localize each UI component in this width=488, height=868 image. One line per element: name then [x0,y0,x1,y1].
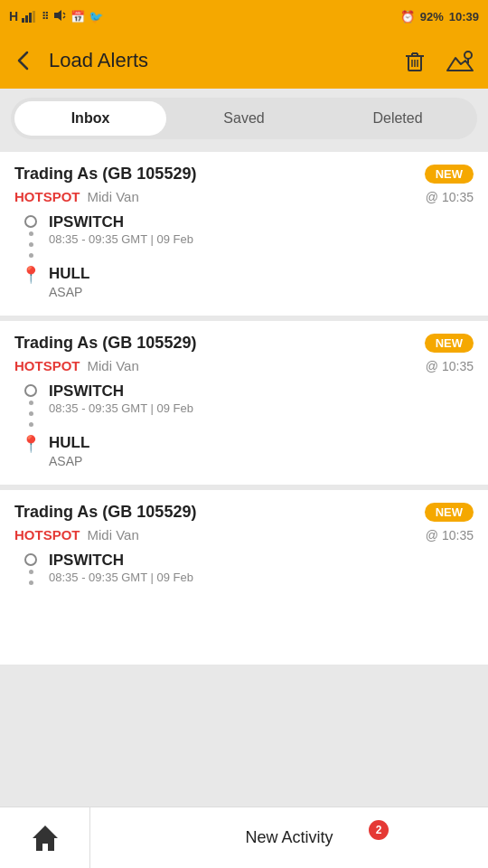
alert-card-header: Trading As (GB 105529) NEW [14,334,474,353]
from-route-row: IPSWITCH 08:35 - 09:35 GMT | 09 Feb [18,552,474,589]
alert-title: Trading As (GB 105529) [14,503,196,522]
alert-card-header: Trading As (GB 105529) NEW [14,165,474,184]
from-route-row: IPSWITCH 08:35 - 09:35 GMT | 09 Feb [18,213,474,261]
alert-card[interactable]: Trading As (GB 105529) NEW HOTSPOT Midi … [0,490,488,665]
to-info: HULL ASAP [49,265,89,299]
svg-line-5 [63,13,65,14]
page-title: Load Alerts [49,49,148,72]
home-button[interactable] [0,807,90,868]
tabs-wrapper: Inbox Saved Deleted [11,98,477,139]
from-info: IPSWITCH 08:35 - 09:35 GMT | 09 Feb [49,382,193,415]
alert-time: @ 10:35 [426,528,474,542]
alert-subtitle-left: HOTSPOT Midi Van [14,189,139,204]
alert-card[interactable]: Trading As (GB 105529) NEW HOTSPOT Midi … [0,152,488,316]
from-icon [18,382,43,430]
svg-point-16 [465,52,472,59]
to-city: HULL [49,434,89,452]
origin-dot [24,215,37,228]
delete-button[interactable] [401,47,428,74]
signal-text: H [9,9,18,24]
to-icon: 📍 [18,265,43,285]
to-info: HULL ASAP [49,434,89,468]
alert-subtitle-row: HOTSPOT Midi Van @ 10:35 [14,189,474,204]
from-time: 08:35 - 09:35 GMT | 09 Feb [49,571,193,584]
vehicle-label: Midi Van [88,189,139,204]
signal-bars-icon [22,10,38,23]
alert-card[interactable]: Trading As (GB 105529) NEW HOTSPOT Midi … [0,321,488,485]
from-icon [18,552,43,589]
alert-title: Trading As (GB 105529) [14,165,196,184]
svg-line-6 [63,16,65,18]
connector-dot [29,231,33,236]
status-bar: H ⠿ 📅 🐦 ⏰ 92% 10:39 [0,0,488,33]
to-time: ASAP [49,454,89,468]
to-route-row: 📍 HULL ASAP [18,434,474,468]
svg-rect-3 [33,11,35,23]
sound-icon [52,9,67,24]
top-bar-actions [401,45,475,76]
top-bar-left: Load Alerts [13,49,148,72]
route-container: IPSWITCH 08:35 - 09:35 GMT | 09 Feb [14,552,474,589]
tab-inbox[interactable]: Inbox [14,101,166,136]
from-route-row: IPSWITCH 08:35 - 09:35 GMT | 09 Feb [18,382,474,430]
svg-marker-4 [54,10,61,21]
connector-dot [29,401,33,405]
map-button[interactable] [445,45,475,76]
tabs-container: Inbox Saved Deleted [0,89,488,148]
activity-badge: 2 [369,820,389,840]
calendar-icon: 📅 [70,10,85,24]
map-icon [445,45,475,76]
svg-rect-0 [22,18,24,23]
twitter-icon: 🐦 [89,10,103,24]
back-button[interactable] [13,49,36,72]
from-city: IPSWITCH [49,213,193,231]
new-activity-button[interactable]: New Activity 2 [90,807,488,868]
route-container: IPSWITCH 08:35 - 09:35 GMT | 09 Feb 📍 HU… [14,382,474,468]
back-arrow-icon [13,49,36,72]
origin-dot [24,553,37,566]
to-time: ASAP [49,285,89,299]
to-city: HULL [49,265,89,283]
top-bar: Load Alerts [0,33,488,89]
origin-dot [24,384,37,397]
extra-signal: ⠿ [42,11,49,23]
new-badge: NEW [425,165,474,184]
alarm-icon: ⏰ [400,10,415,24]
alert-subtitle-left: HOTSPOT Midi Van [14,358,139,373]
alert-card-header: Trading As (GB 105529) NEW [14,503,474,522]
tab-deleted[interactable]: Deleted [322,101,474,136]
alert-title: Trading As (GB 105529) [14,334,196,353]
svg-marker-18 [33,826,58,851]
from-icon [18,213,43,261]
destination-pin-icon: 📍 [21,434,41,454]
connector-dot [29,242,33,247]
scroll-area: Trading As (GB 105529) NEW HOTSPOT Midi … [0,148,488,807]
hotspot-label: HOTSPOT [14,358,80,373]
dots-connector [29,230,33,259]
route-container: IPSWITCH 08:35 - 09:35 GMT | 09 Feb 📍 HU… [14,213,474,299]
activity-label: New Activity [245,828,333,847]
dots-connector [29,399,33,429]
volume-icon [52,9,67,22]
alert-subtitle-left: HOTSPOT Midi Van [14,527,139,542]
from-info: IPSWITCH 08:35 - 09:35 GMT | 09 Feb [49,552,193,584]
connector-dot [29,422,33,427]
alert-time: @ 10:35 [426,190,474,204]
from-city: IPSWITCH [49,552,193,570]
cards-container: Trading As (GB 105529) NEW HOTSPOT Midi … [0,148,488,674]
alert-subtitle-row: HOTSPOT Midi Van @ 10:35 [14,358,474,373]
tab-saved[interactable]: Saved [168,101,320,136]
hotspot-label: HOTSPOT [14,527,80,542]
new-badge: NEW [425,503,474,522]
to-route-row: 📍 HULL ASAP [18,265,474,299]
from-time: 08:35 - 09:35 GMT | 09 Feb [49,232,193,246]
alert-subtitle-row: HOTSPOT Midi Van @ 10:35 [14,527,474,542]
alert-time: @ 10:35 [426,359,474,373]
svg-rect-2 [29,13,32,23]
connector-dot [29,253,33,258]
connector-dot [29,580,33,585]
new-badge: NEW [425,334,474,353]
from-time: 08:35 - 09:35 GMT | 09 Feb [49,401,193,415]
from-info: IPSWITCH 08:35 - 09:35 GMT | 09 Feb [49,213,193,246]
vehicle-label: Midi Van [88,527,139,542]
